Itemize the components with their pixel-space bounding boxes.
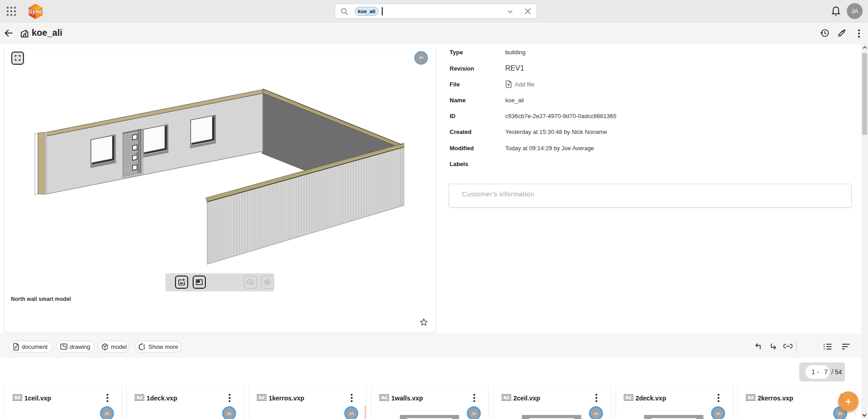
svg-text:Sync: Sync <box>28 8 43 15</box>
